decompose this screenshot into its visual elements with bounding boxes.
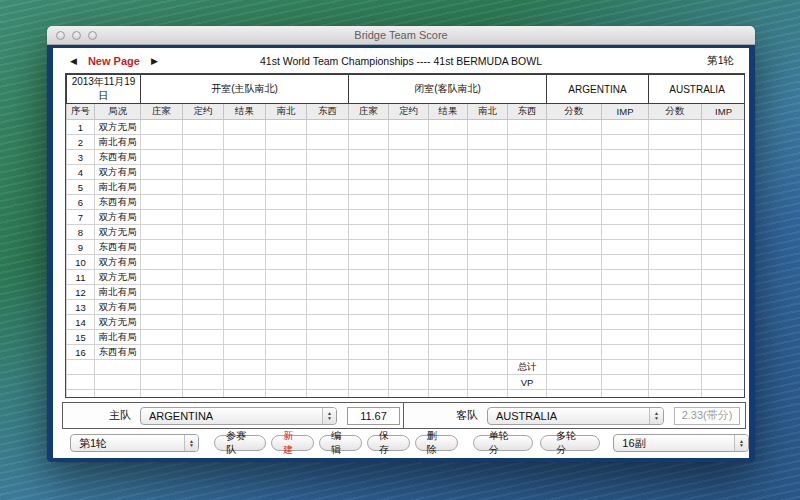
empty-cell [183, 375, 224, 390]
board-row-4[interactable]: 4双方有局 [67, 165, 746, 180]
empty-cell [429, 375, 468, 390]
new-page-button[interactable]: New Page [88, 55, 140, 67]
prev-page-icon[interactable]: ◀ [70, 56, 77, 66]
window-frame: ◀ New Page ▶ 41st World Team Championshi… [47, 45, 755, 462]
empty-cell [429, 390, 468, 399]
empty-cell [224, 390, 266, 399]
empty-cell [224, 225, 266, 240]
empty-cell [649, 120, 702, 135]
board-row-12[interactable]: 12南北有局 [67, 285, 746, 300]
total-row[interactable]: 总计 [67, 360, 746, 375]
board-row-2[interactable]: 2南北有局 [67, 135, 746, 150]
board-row-6[interactable]: 6东西有局 [67, 195, 746, 210]
empty-cell [95, 375, 141, 390]
board-row-7[interactable]: 7双方有局 [67, 210, 746, 225]
empty-cell [224, 330, 266, 345]
window-titlebar[interactable]: Bridge Team Score [47, 26, 755, 45]
board-row-13[interactable]: 13双方有局 [67, 300, 746, 315]
empty-cell [183, 225, 224, 240]
board-row-14[interactable]: 14双方无局 [67, 315, 746, 330]
vulnerability: 南北有局 [95, 285, 141, 300]
board-row-1[interactable]: 1双方无局 [67, 120, 746, 135]
empty-cell [429, 195, 468, 210]
empty-cell [649, 300, 702, 315]
multi-round-score-button[interactable]: 多轮分 [540, 435, 600, 451]
empty-cell [389, 270, 429, 285]
empty-cell [429, 225, 468, 240]
empty-cell [67, 390, 95, 399]
empty-cell [468, 360, 508, 375]
empty-cell [429, 255, 468, 270]
edit-button[interactable]: 编辑 [319, 435, 362, 451]
teams-button[interactable]: 参赛队 [214, 435, 266, 451]
minimize-button[interactable] [72, 31, 81, 40]
home-vp-field[interactable]: 11.67 [347, 407, 400, 425]
next-page-icon[interactable]: ▶ [151, 56, 158, 66]
empty-cell [547, 150, 602, 165]
round-select-value: 第1轮 [79, 436, 107, 451]
empty-cell [349, 390, 389, 399]
empty-cell [389, 120, 429, 135]
board-row-11[interactable]: 11双方无局 [67, 270, 746, 285]
empty-cell [429, 240, 468, 255]
empty-cell [429, 300, 468, 315]
empty-cell [547, 285, 602, 300]
vulnerability: 双方有局 [95, 255, 141, 270]
empty-cell [141, 135, 183, 150]
round-select[interactable]: 第1轮 ▲▼ [70, 434, 199, 452]
empty-cell [141, 345, 183, 360]
empty-cell [141, 255, 183, 270]
board-no: 2 [67, 135, 95, 150]
save-button[interactable]: 保存 [367, 435, 410, 451]
empty-cell [349, 255, 389, 270]
empty-cell [649, 375, 702, 390]
empty-cell [266, 330, 307, 345]
empty-cell [389, 330, 429, 345]
empty-cell [468, 270, 508, 285]
empty-cell [307, 345, 349, 360]
empty-cell [508, 315, 547, 330]
guest-team-select[interactable]: AUSTRALIA ▲▼ [487, 407, 664, 425]
board-row-3[interactable]: 3东西有局 [67, 150, 746, 165]
empty-cell [389, 225, 429, 240]
board-row-9[interactable]: 9东西有局 [67, 240, 746, 255]
empty-cell [468, 255, 508, 270]
empty-cell [183, 165, 224, 180]
filler-row[interactable] [67, 390, 746, 399]
close-button[interactable] [56, 31, 65, 40]
empty-cell [67, 360, 95, 375]
empty-cell [389, 195, 429, 210]
empty-cell [266, 345, 307, 360]
guest-vp-field[interactable]: 2.33(带分) [674, 407, 740, 425]
board-row-5[interactable]: 5南北有局 [67, 180, 746, 195]
empty-cell [183, 345, 224, 360]
vp-row[interactable]: VP [67, 375, 746, 390]
empty-cell [266, 150, 307, 165]
empty-cell [349, 330, 389, 345]
empty-cell [389, 390, 429, 399]
boards-select[interactable]: 16副 ▲▼ [613, 434, 749, 452]
board-row-8[interactable]: 8双方无局 [67, 225, 746, 240]
single-round-score-button[interactable]: 单轮分 [473, 435, 533, 451]
empty-cell [307, 165, 349, 180]
board-no: 5 [67, 180, 95, 195]
board-row-16[interactable]: 16东西有局 [67, 345, 746, 360]
vulnerability: 双方有局 [95, 300, 141, 315]
home-team-select[interactable]: ARGENTINA ▲▼ [140, 407, 337, 425]
empty-cell [266, 225, 307, 240]
new-button[interactable]: 新建 [271, 435, 314, 451]
zoom-button[interactable] [88, 31, 97, 40]
board-row-10[interactable]: 10双方有局 [67, 255, 746, 270]
empty-cell [508, 225, 547, 240]
empty-cell [266, 165, 307, 180]
empty-cell [183, 150, 224, 165]
board-no: 16 [67, 345, 95, 360]
empty-cell [649, 330, 702, 345]
empty-cell [602, 195, 649, 210]
delete-button[interactable]: 删除 [415, 435, 458, 451]
empty-cell [702, 120, 745, 135]
empty-cell [429, 285, 468, 300]
empty-cell [468, 300, 508, 315]
empty-cell [508, 240, 547, 255]
board-row-15[interactable]: 15南北有局 [67, 330, 746, 345]
